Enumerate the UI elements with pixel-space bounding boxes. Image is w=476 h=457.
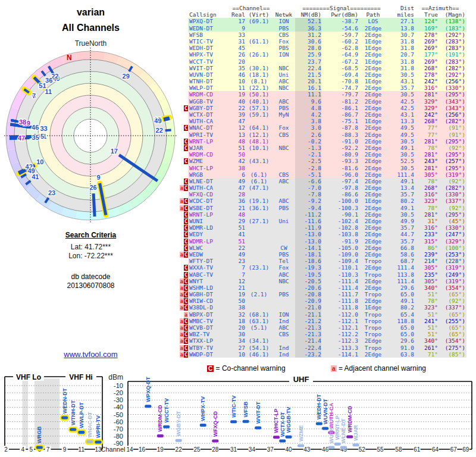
network <box>273 298 295 304</box>
path: 1Edge <box>358 78 388 84</box>
distance-miles: 30.5 <box>388 151 414 158</box>
real-channel: 30 <box>230 331 245 337</box>
real-channel: 36 <box>230 198 245 204</box>
path: 2Edge <box>358 25 388 32</box>
pwr-dbm: -67.2 <box>324 58 358 65</box>
network: PBS <box>273 205 295 211</box>
distance-miles: 91.0 <box>388 345 414 351</box>
pwr-dbm: -87.8 <box>324 124 358 131</box>
svg-text:WEDN-DT: WEDN-DT <box>62 388 68 414</box>
azimuth-magnetic: (292°) <box>438 32 466 38</box>
svg-text:2: 2 <box>4 446 8 453</box>
col-true: True <box>414 11 438 18</box>
co-channel-warning-badge: C <box>184 318 188 324</box>
azimuth-magnetic: (256°) <box>438 111 466 118</box>
pwr-dbm: -79.7 <box>324 91 358 98</box>
real-channel: 9 <box>230 25 245 32</box>
real-channel: 38 <box>230 304 245 311</box>
table-body: WPXQ-DT17(69.1)ION52.1-38.7LOS27.1124°(1… <box>178 18 475 358</box>
svg-text:14: 14 <box>126 446 133 453</box>
svg-text:WCCT-TV: WCCT-TV <box>164 398 170 422</box>
nm-db: 9.6 <box>295 98 324 105</box>
svg-text:WTIC-TV: WTIC-TV <box>231 395 237 418</box>
callsign: WTIC-TV <box>188 38 230 45</box>
distance-miles: 29.6 <box>388 284 414 291</box>
path: 2Edge <box>358 284 388 291</box>
azimuth-true: 340° <box>414 284 438 291</box>
svg-text:-30: -30 <box>114 396 123 403</box>
adjacent-warning-badge: a <box>180 345 184 351</box>
azimuth-true: 78° <box>414 178 438 184</box>
azimuth-magnetic: (100°) <box>438 245 466 251</box>
pwr-dbm: -54.6 <box>324 25 358 32</box>
path: 2Edge <box>358 178 388 184</box>
distance-miles: 35.7 <box>388 238 414 245</box>
pwr-dbm: -103.8 <box>324 231 358 237</box>
svg-text:WGGB-TV: WGGB-TV <box>286 407 292 433</box>
adjacent-warning-badge: a <box>180 278 184 284</box>
table-row: aCWCDC-DT36(19.1)ABC-9.2-100.01Edge80.23… <box>178 198 475 204</box>
pwr-dbm: -75.1 <box>324 118 358 124</box>
co-channel-warning-badge: C <box>184 125 188 131</box>
azimuth-true: 77° <box>414 124 438 131</box>
pwr-dbm: -102.4 <box>324 218 358 224</box>
network: ABC <box>273 324 295 331</box>
table-row: WTNH-DT10(8.1)ABC20.1-70.81Edge43.1242°(… <box>178 78 475 84</box>
azimuth-true: 323° <box>414 304 438 311</box>
callsign: WBPX-DT <box>188 311 230 318</box>
pwr-dbm: -74.7 <box>324 84 358 91</box>
col-path: Path <box>358 11 388 18</box>
azimuth-true: 233° <box>414 231 438 237</box>
network: Uni <box>273 71 295 78</box>
network: ABC <box>273 271 295 278</box>
pwr-dbm: -64.9 <box>324 51 358 58</box>
azimuth-true: 77° <box>414 132 438 138</box>
signal-group-header: ========Signal========= <box>295 5 388 11</box>
azimuth-magnetic: (319°) <box>438 171 466 178</box>
svg-text:25: 25 <box>193 446 201 453</box>
svg-text:WWLP-DT: WWLP-DT <box>79 402 84 428</box>
path: 2Edge <box>358 191 388 198</box>
col-callsign: Callsign <box>188 11 230 18</box>
nm-db: 31.2 <box>295 32 324 38</box>
azimuth-magnetic: (253°) <box>438 251 466 258</box>
tvfool-link[interactable]: www.tvfool.com <box>64 350 117 359</box>
table-row: CWJAR51(10.1)NBC-1.3-92.22Edge49.178°(92… <box>178 145 475 151</box>
real-channel: 31 <box>230 38 245 45</box>
network: NBC <box>273 145 295 151</box>
azimuth-magnetic: (138°) <box>438 18 466 24</box>
real-channel: 39 <box>230 111 245 118</box>
co-channel-warning-badge: C <box>184 325 188 331</box>
network: Fox <box>273 38 295 45</box>
azimuth-group-header: ==Azimuth== <box>414 5 466 11</box>
azimuth-true: 278° <box>414 32 438 38</box>
distance-miles: 49.1 <box>388 145 414 151</box>
real-channel: 51 <box>230 238 245 245</box>
table-row: WWLP-DT11(22.1)NBC16.1-74.72Edge35.7316°… <box>178 84 475 91</box>
network <box>273 231 295 237</box>
callsign: WCVB-DT <box>188 324 230 331</box>
table-row: aCWSBE-DT21(36.1)PBS-9.4-100.32Edge49.17… <box>178 205 475 211</box>
table-row: CWZME42(43.1)-2.5-93.32Edge52.5243°(257°… <box>178 158 475 164</box>
azimuth-magnetic: (85°) <box>438 351 466 358</box>
nm-db: 36.3 <box>295 25 324 32</box>
adjacent-warning-badge: a <box>180 318 184 324</box>
azimuth-true: 243° <box>414 158 438 164</box>
nm-db: -0.2 <box>295 138 324 145</box>
table-row: CWNAC-DT12(64.1)Fox3.0-87.82Edge49.577°(… <box>178 124 475 131</box>
azimuth-magnetic: (92°) <box>438 205 466 211</box>
azimuth-magnetic: (282°) <box>438 65 466 71</box>
virtual-channel <box>245 251 273 258</box>
network <box>273 224 295 231</box>
table-row: WRDM-CD50-2.1-80.92Edge30.5281°(295°) <box>178 151 475 158</box>
svg-text:9: 9 <box>63 446 67 453</box>
callsign: WWLP-DT <box>188 84 230 91</box>
nm-db: 25.9 <box>295 51 324 58</box>
distance-miles: 35.7 <box>388 191 414 198</box>
svg-text:22: 22 <box>176 446 183 453</box>
azimuth-magnetic: (92°) <box>438 298 466 304</box>
real-channel: 35 <box>230 65 245 71</box>
real-channel: 28 <box>230 191 245 198</box>
network: ION <box>273 51 295 58</box>
svg-text:WCTX-DT: WCTX-DT <box>280 412 286 437</box>
